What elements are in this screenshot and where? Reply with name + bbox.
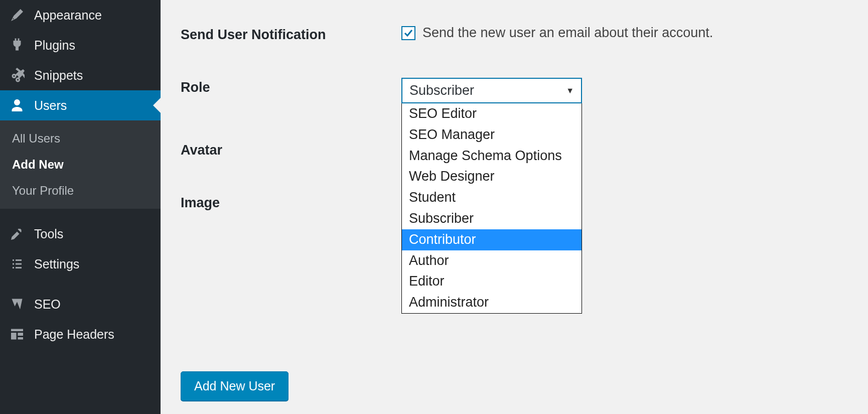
role-option[interactable]: Manage Schema Options xyxy=(402,146,582,167)
role-option[interactable]: SEO Editor xyxy=(402,103,582,124)
sidebar-item-seo[interactable]: SEO xyxy=(0,289,161,319)
image-label: Image xyxy=(181,193,401,211)
notification-checkbox[interactable] xyxy=(401,26,415,40)
settings-icon xyxy=(9,256,25,272)
role-option[interactable]: Student xyxy=(402,187,582,208)
sidebar-item-label: SEO xyxy=(34,297,61,312)
sidebar-item-label: Plugins xyxy=(34,38,75,53)
users-submenu: All Users Add New Your Profile xyxy=(0,120,161,209)
seo-icon xyxy=(9,296,25,312)
role-option[interactable]: Subscriber xyxy=(402,208,582,229)
sidebar-item-label: Page Headers xyxy=(34,327,114,342)
admin-sidebar: Appearance Plugins Snippets Users All Us… xyxy=(0,0,161,414)
sidebar-item-label: Appearance xyxy=(34,8,102,23)
sidebar-item-settings[interactable]: Settings xyxy=(0,249,161,279)
sidebar-item-label: Settings xyxy=(34,257,79,271)
submenu-all-users[interactable]: All Users xyxy=(0,125,161,152)
sidebar-item-page-headers[interactable]: Page Headers xyxy=(0,319,161,349)
role-option[interactable]: Administrator xyxy=(402,292,582,313)
role-dropdown: SEO Editor SEO Manager Manage Schema Opt… xyxy=(401,103,582,314)
role-option[interactable]: Editor xyxy=(402,271,582,292)
role-select[interactable]: Subscriber ▼ xyxy=(401,78,582,103)
sidebar-item-label: Users xyxy=(34,98,67,113)
chevron-down-icon: ▼ xyxy=(566,86,574,95)
users-icon xyxy=(9,97,25,113)
sidebar-item-label: Snippets xyxy=(34,68,83,83)
add-new-user-button[interactable]: Add New User xyxy=(181,371,288,401)
sidebar-item-snippets[interactable]: Snippets xyxy=(0,60,161,90)
sidebar-item-tools[interactable]: Tools xyxy=(0,219,161,249)
submenu-your-profile[interactable]: Your Profile xyxy=(0,178,161,204)
role-selected-value: Subscriber xyxy=(409,83,474,98)
avatar-label: Avatar xyxy=(181,141,401,158)
role-option[interactable]: Author xyxy=(402,250,582,271)
snippets-icon xyxy=(9,67,25,83)
notification-label: Send User Notification xyxy=(181,25,401,43)
notification-text: Send the new user an email about their a… xyxy=(422,25,713,41)
sidebar-item-plugins[interactable]: Plugins xyxy=(0,30,161,60)
page-headers-icon xyxy=(9,326,25,342)
main-content: Send User Notification Send the new user… xyxy=(161,0,868,414)
role-option[interactable]: Contributor xyxy=(402,229,582,250)
sidebar-item-users[interactable]: Users xyxy=(0,90,161,120)
submenu-add-new[interactable]: Add New xyxy=(0,152,161,178)
plugins-icon xyxy=(9,37,25,53)
sidebar-item-label: Tools xyxy=(34,227,63,241)
role-label: Role xyxy=(181,78,401,95)
tools-icon xyxy=(9,226,25,242)
appearance-icon xyxy=(9,7,25,23)
role-option[interactable]: SEO Manager xyxy=(402,124,582,146)
sidebar-item-appearance[interactable]: Appearance xyxy=(0,0,161,30)
role-option[interactable]: Web Designer xyxy=(402,166,582,187)
